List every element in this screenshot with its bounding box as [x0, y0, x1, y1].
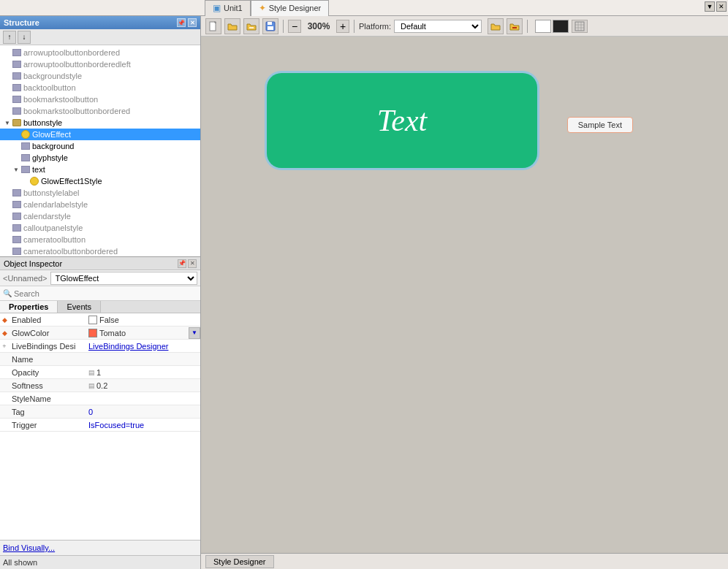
tree-item-gloweffect1style[interactable]: GlowEffect1Style: [0, 175, 200, 187]
tab-properties[interactable]: Properties: [0, 301, 58, 313]
oi-header-controls: 📌 ✕: [178, 259, 197, 268]
bind-visually-link[interactable]: Bind Visually...: [3, 543, 55, 552]
top-tab-bar: ▣ Unit1 ✦ Style Designer ▼ ✕: [0, 0, 728, 16]
expander-icon: ▼: [12, 165, 20, 174]
open-file2-button[interactable]: [243, 18, 259, 34]
preview-button-text: Text: [377, 103, 427, 138]
bind-visually-row: Bind Visually...: [0, 540, 200, 555]
item-icon: [20, 153, 31, 163]
toolbar-separator-1: [283, 20, 284, 33]
structure-close-button[interactable]: ✕: [188, 18, 197, 27]
properties-table: ◆ Enabled False ◆ GlowColor Tomato ▼: [0, 313, 200, 540]
save-file-button[interactable]: [262, 18, 278, 34]
tree-item-gloweffect[interactable]: GlowEffect: [0, 129, 200, 140]
tree-item-calloutpanelstyle[interactable]: calloutpanelstyle: [0, 222, 200, 234]
tree-item-label: backgroundstyle: [23, 72, 82, 80]
expander-icon: [3, 48, 12, 57]
tree-item-calendarstyle[interactable]: calendarstyle: [0, 210, 200, 222]
item-icon: [29, 176, 39, 186]
toolbar-separator-2: [354, 20, 354, 33]
prop-row-enabled: ◆ Enabled False: [0, 313, 200, 326]
glowcolor-dropdown-arrow[interactable]: ▼: [189, 327, 200, 339]
item-icon: [20, 164, 31, 175]
tree-item-calendarlabelstyle[interactable]: calendarlabelstyle: [0, 199, 200, 210]
designer-toolbar: − 300% + Platform: Default Windows macOS…: [201, 16, 728, 37]
structure-tree-view[interactable]: arrowuptoolbuttonbordered arrowuptoolbut…: [0, 45, 200, 256]
search-input[interactable]: [14, 289, 197, 298]
tree-item-bookmarkstoolbuttonbordered[interactable]: bookmarkstoolbuttonbordered: [0, 105, 200, 117]
prop-name-tag: Tag: [9, 408, 86, 416]
all-shown-status: All shown: [0, 555, 200, 569]
prop-row-trigger: Trigger IsFocused=true: [0, 419, 200, 432]
left-panel: Structure 📌 ✕ ↑ ↓ arrowuptoolbuttonborde…: [0, 16, 201, 569]
prop-row-softness: Softness ▤ 0.2: [0, 379, 200, 392]
oi-object-type-select[interactable]: TGlowEffect: [50, 272, 197, 285]
platform-btn2-icon: [509, 21, 520, 31]
tab-style-designer[interactable]: ✦ Style Designer: [251, 0, 330, 16]
zoom-plus-button[interactable]: +: [336, 20, 349, 33]
structure-toolbar: ↑ ↓: [0, 29, 200, 45]
tab-unit1[interactable]: ▣ Unit1: [205, 0, 251, 16]
minimize-button[interactable]: ▼: [705, 1, 715, 12]
open-file-button[interactable]: [224, 18, 240, 34]
oi-close-button[interactable]: ✕: [188, 259, 197, 268]
prop-row-livebindings[interactable]: + LiveBindings Desi LiveBindings Designe…: [0, 340, 200, 353]
tree-item-label: text: [32, 165, 45, 174]
item-icon: [12, 106, 22, 116]
expander-icon: [3, 72, 12, 80]
tree-item-label: calloutpanelstyle: [23, 224, 83, 232]
tree-item-backgroundstyle[interactable]: backgroundstyle: [0, 70, 200, 82]
expander-icon: [12, 153, 20, 162]
tree-item-cameratoolbuttonbordered[interactable]: cameratoolbuttonbordered: [0, 245, 200, 256]
tree-item-backtoolbutton[interactable]: backtoolbutton: [0, 82, 200, 93]
platform-btn1[interactable]: [488, 18, 504, 34]
tree-item-background[interactable]: background: [0, 140, 200, 152]
tree-item-arrowuptoolbuttonborderedleft[interactable]: arrowuptoolbuttonborderedleft: [0, 58, 200, 70]
prop-name-trigger: Trigger: [9, 421, 86, 429]
prop-value-enabled: False: [86, 316, 200, 324]
tree-item-buttonstylelabel[interactable]: buttonstylelabel: [0, 187, 200, 199]
oi-object-name: <Unnamed>: [3, 274, 48, 283]
zoom-minus-button[interactable]: −: [288, 20, 301, 33]
tree-item-label: cameratoolbuttonbordered: [23, 247, 118, 256]
expander-icon: [3, 212, 12, 221]
tree-item-label: bookmarkstoolbuttonbordered: [23, 107, 130, 115]
preview-button[interactable]: Text: [267, 73, 537, 168]
item-icon: [12, 246, 22, 256]
save-file-icon: [265, 21, 276, 31]
structure-up-button[interactable]: ↑: [3, 31, 16, 44]
tree-item-buttonstyle[interactable]: ▼ buttonstyle: [0, 117, 200, 129]
opacity-hash: ▤: [88, 369, 95, 376]
item-icon: [12, 199, 22, 210]
tree-item-label: arrowuptoolbuttonborderedleft: [23, 60, 131, 69]
svg-rect-7: [575, 22, 584, 31]
expander-icon: [3, 200, 12, 209]
tree-item-bookmarkstoolbutton[interactable]: bookmarkstoolbutton: [0, 93, 200, 105]
platform-select[interactable]: Default Windows macOS iOS Android: [394, 20, 482, 33]
tab-events[interactable]: Events: [58, 301, 101, 313]
tree-item-cameratoolbutton[interactable]: cameratoolbutton: [0, 234, 200, 245]
close-button[interactable]: ✕: [716, 1, 727, 12]
platform-btn2[interactable]: [507, 18, 523, 34]
structure-down-button[interactable]: ↓: [18, 31, 31, 44]
tree-item-glyphstyle[interactable]: glyphstyle: [0, 152, 200, 164]
prop-row-opacity: Opacity ▤ 1: [0, 366, 200, 379]
new-file-button[interactable]: [205, 18, 221, 34]
window-controls: ▼ ✕: [705, 1, 727, 12]
sample-text-button[interactable]: Sample Text: [567, 117, 633, 133]
enabled-checkbox[interactable]: [88, 316, 97, 324]
black-background-button[interactable]: [553, 20, 569, 33]
svg-rect-0: [210, 22, 216, 31]
designer-panel: − 300% + Platform: Default Windows macOS…: [201, 16, 728, 569]
oi-pin-button[interactable]: 📌: [178, 259, 186, 268]
tree-item-arrowuptoolbuttonbordered[interactable]: arrowuptoolbuttonbordered: [0, 47, 200, 58]
expander-icon: [3, 95, 12, 104]
bottom-style-designer-tab[interactable]: Style Designer: [205, 555, 274, 568]
structure-pin-button[interactable]: 📌: [177, 18, 186, 27]
grid-toggle-button[interactable]: [572, 20, 588, 33]
tree-item-text[interactable]: ▼ text: [0, 164, 200, 175]
white-background-button[interactable]: [535, 20, 551, 33]
expander-icon: [3, 83, 12, 92]
prop-value-glowcolor: Tomato ▼: [86, 327, 200, 339]
prop-value-tag: 0: [86, 408, 200, 416]
